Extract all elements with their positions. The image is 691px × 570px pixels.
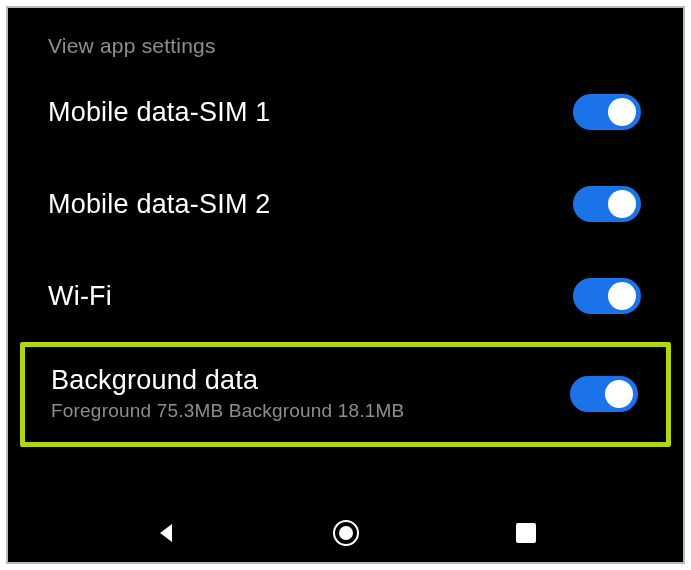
row-title: Background data [51,365,404,396]
setting-row-wifi[interactable]: Wi-Fi [8,250,683,342]
row-subtitle: Foreground 75.3MB Background 18.1MB [51,400,404,422]
section-header-label: View app settings [48,34,216,57]
toggle-wifi[interactable] [573,278,641,314]
home-icon [331,518,361,548]
toggle-knob [605,380,633,408]
system-navbar [8,504,683,562]
row-title: Mobile data-SIM 2 [48,189,271,220]
setting-row-mobile-data-sim-1[interactable]: Mobile data-SIM 1 [8,66,683,158]
svg-rect-2 [516,523,536,543]
toggle-knob [608,98,636,126]
toggle-background-data[interactable] [570,376,638,412]
settings-screen: View app settings Mobile data-SIM 1 Mobi… [6,6,685,564]
svg-point-1 [339,526,353,540]
row-texts: Background data Foreground 75.3MB Backgr… [51,365,404,422]
toggle-knob [608,190,636,218]
settings-list: Mobile data-SIM 1 Mobile data-SIM 2 Wi-F… [8,66,683,447]
recent-icon [515,522,537,544]
nav-recent-button[interactable] [511,518,541,548]
setting-row-background-data[interactable]: Background data Foreground 75.3MB Backgr… [20,342,671,447]
toggle-mobile-data-sim-2[interactable] [573,186,641,222]
toggle-knob [608,282,636,310]
row-title: Wi-Fi [48,281,112,312]
row-title: Mobile data-SIM 1 [48,97,271,128]
nav-back-button[interactable] [151,518,181,548]
row-texts: Mobile data-SIM 1 [48,97,271,128]
toggle-mobile-data-sim-1[interactable] [573,94,641,130]
section-header: View app settings [8,8,683,66]
setting-row-mobile-data-sim-2[interactable]: Mobile data-SIM 2 [8,158,683,250]
nav-home-button[interactable] [331,518,361,548]
row-texts: Wi-Fi [48,281,112,312]
back-icon [154,521,178,545]
row-texts: Mobile data-SIM 2 [48,189,271,220]
